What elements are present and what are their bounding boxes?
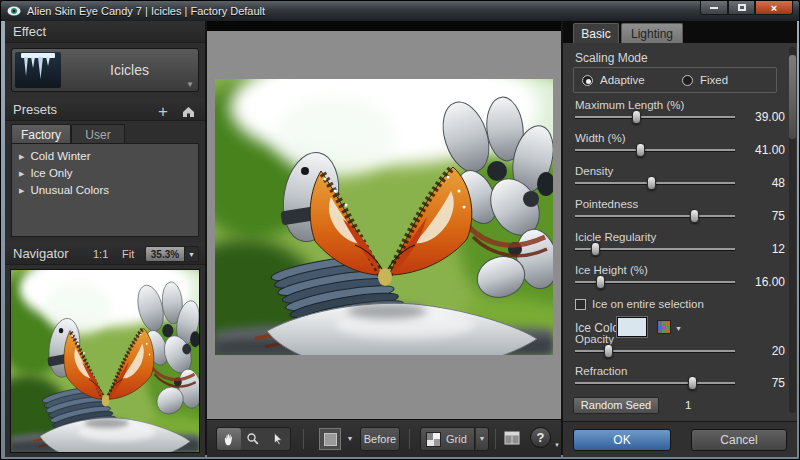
zoom-tool-button[interactable] <box>241 428 265 450</box>
select-tool-button[interactable] <box>266 428 290 450</box>
radio-adaptive-label: Adaptive <box>600 74 645 86</box>
preset-item[interactable]: ▶Unusual Colors <box>12 182 198 199</box>
preset-item[interactable]: ▶Cold Winter <box>12 148 198 165</box>
effect-selector-button[interactable]: Icicles ▼ <box>11 48 199 92</box>
slider-thumb[interactable] <box>596 275 605 289</box>
slider-opacity: Opacity 20 <box>563 333 797 363</box>
settings-scrollbar[interactable] <box>789 47 796 413</box>
close-button[interactable]: × <box>755 1 793 15</box>
maximize-button[interactable] <box>728 1 755 15</box>
chevron-down-icon: ▼ <box>186 80 194 89</box>
slider-thumb[interactable] <box>591 242 600 256</box>
tab-basic[interactable]: Basic <box>573 23 619 43</box>
slider-value: 48 <box>741 176 785 190</box>
slider-track[interactable] <box>575 350 735 352</box>
slider-thumb[interactable] <box>647 176 656 190</box>
before-button[interactable]: Before <box>360 427 400 451</box>
slider-width: Width (%) 41.00 <box>563 132 797 162</box>
slider-label: Icicle Regularity <box>575 231 656 243</box>
home-button[interactable] <box>182 106 195 118</box>
slider-label: Pointedness <box>575 198 638 210</box>
plugin-window: Alien Skin Eye Candy 7 | Icicles | Facto… <box>0 0 800 460</box>
radio-adaptive[interactable] <box>582 75 593 86</box>
slider-thumb[interactable] <box>688 376 697 390</box>
toolbar-separator <box>409 429 410 449</box>
cursor-arrow-icon <box>271 432 285 446</box>
basic-settings: Scaling Mode Adaptive Fixed Maximum Leng… <box>563 43 797 421</box>
color-palette-icon[interactable] <box>657 320 671 334</box>
slider-thumb[interactable] <box>690 209 699 223</box>
background-color-dropdown[interactable]: ▼ <box>343 428 357 450</box>
preview-area: ▼ Before Grid ▼ ? ▼ <box>207 21 561 457</box>
minimize-button[interactable] <box>700 1 728 15</box>
icicles-icon <box>15 52 61 88</box>
scaling-mode-group: Adaptive Fixed <box>573 67 777 93</box>
zoom-fit-button[interactable]: Fit <box>122 243 134 265</box>
slider-thumb[interactable] <box>632 110 641 124</box>
scrollbar-thumb[interactable] <box>789 55 796 139</box>
slider-label: Refraction <box>575 365 627 377</box>
slider-track[interactable] <box>575 281 735 283</box>
effect-name: Icicles <box>61 62 198 78</box>
preview-canvas[interactable] <box>207 31 561 419</box>
settings-panel: Basic Lighting Scaling Mode Adaptive Fix… <box>563 21 797 457</box>
slider-value: 16.00 <box>741 275 785 289</box>
slider-track[interactable] <box>575 248 735 250</box>
toolbar-separator <box>303 429 304 449</box>
slider-density: Density 48 <box>563 165 797 195</box>
slider-track[interactable] <box>575 116 735 118</box>
toolbar-separator <box>495 429 496 449</box>
background-color-button[interactable] <box>319 428 341 450</box>
slider-track[interactable] <box>575 182 735 184</box>
split-view-button[interactable] <box>503 429 521 447</box>
preset-item[interactable]: ▶Ice Only <box>12 165 198 182</box>
zoom-level-dropdown[interactable]: 35.3% ▼ <box>145 246 199 262</box>
slider-thumb[interactable] <box>636 143 645 157</box>
chevron-down-icon[interactable]: ▼ <box>185 246 199 262</box>
slider-refraction: Refraction 75 <box>563 365 797 395</box>
preview-image[interactable] <box>215 79 553 355</box>
help-dropdown-icon[interactable]: ▼ <box>554 442 560 448</box>
radio-fixed-label: Fixed <box>700 74 728 86</box>
hand-tool-button[interactable] <box>217 428 241 450</box>
random-seed-row: Random Seed 1 <box>563 397 797 415</box>
window-title: Alien Skin Eye Candy 7 | Icicles | Facto… <box>27 5 265 17</box>
slider-track[interactable] <box>575 382 735 384</box>
grid-dropdown[interactable]: ▼ <box>475 427 489 451</box>
slider-label: Ice Height (%) <box>575 264 648 276</box>
add-preset-button[interactable]: + <box>158 104 168 120</box>
help-button[interactable]: ? <box>530 427 551 448</box>
slider-thumb[interactable] <box>604 344 613 358</box>
close-icon: × <box>771 2 777 14</box>
navigator-thumbnail[interactable] <box>10 269 200 453</box>
radio-fixed[interactable] <box>682 75 693 86</box>
eye-candy-logo-icon <box>7 6 21 16</box>
cancel-button[interactable]: Cancel <box>691 429 787 451</box>
left-panel: Effect Icicles ▼ Presets + <box>5 21 205 457</box>
minimize-icon <box>710 7 718 9</box>
tab-factory[interactable]: Factory <box>11 124 71 144</box>
slider-value: 12 <box>741 242 785 256</box>
slider-ice-height: Ice Height (%) 16.00 <box>563 264 797 294</box>
slider-maximum-length: Maximum Length (%) 39.00 <box>563 99 797 129</box>
tab-lighting[interactable]: Lighting <box>621 23 683 43</box>
slider-track[interactable] <box>575 215 735 217</box>
random-seed-value: 1 <box>685 399 691 411</box>
tool-group <box>216 427 291 451</box>
ice-entire-selection-row: Ice on entire selection <box>575 297 704 311</box>
preset-item-label: Cold Winter <box>30 150 90 162</box>
tab-user[interactable]: User <box>71 124 125 144</box>
ok-button[interactable]: OK <box>573 429 671 451</box>
slider-value: 75 <box>741 376 785 390</box>
expand-arrow-icon[interactable]: ▶ <box>19 182 24 199</box>
expand-arrow-icon[interactable]: ▶ <box>19 165 24 182</box>
slider-track[interactable] <box>575 149 735 151</box>
expand-arrow-icon[interactable]: ▶ <box>19 148 24 165</box>
zoom-1to1-button[interactable]: 1:1 <box>93 243 108 265</box>
chevron-down-icon[interactable]: ▼ <box>675 325 682 332</box>
hand-icon <box>222 432 237 447</box>
grid-button[interactable]: Grid <box>420 427 475 451</box>
random-seed-button[interactable]: Random Seed <box>573 397 659 414</box>
ice-entire-selection-checkbox[interactable] <box>575 299 586 310</box>
preset-item-label: Ice Only <box>30 167 72 179</box>
